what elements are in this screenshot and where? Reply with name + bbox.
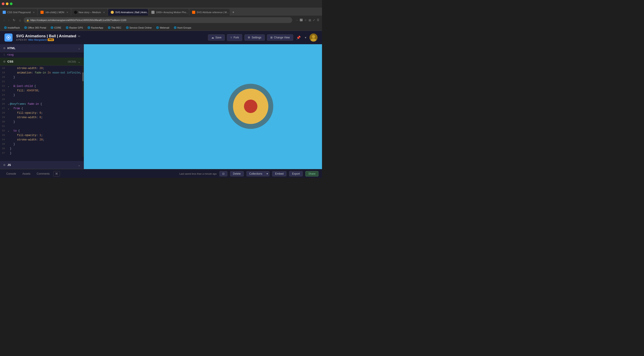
scrollbar-thumb[interactable] — [82, 72, 84, 81]
external-link-icon: ⊡ — [222, 172, 224, 175]
line-content: &:last-child { — [14, 85, 84, 88]
collapse-arrow[interactable]: ▾ — [7, 107, 10, 111]
bookmark-core[interactable]: 🌐 CORE — [49, 26, 63, 30]
browser-titlebar — [0, 0, 322, 7]
css-expand-icon[interactable]: ⌄ — [78, 60, 80, 63]
bookmark-label: Office 365 Portal — [28, 26, 46, 29]
tab-svg-anim[interactable]: SVG Animations | Ball | Anim... ✕ — [108, 9, 148, 16]
css-panel-title: CSS — [8, 60, 66, 63]
pen-by-label: A PEN BY — [16, 38, 27, 41]
share-button[interactable]: Share — [306, 171, 318, 177]
fork-button[interactable]: ⑂ Fork — [227, 34, 242, 41]
js-settings-icon[interactable]: ⚙ — [3, 164, 6, 167]
address-url: https://codepen.io/mikemang/pen/a6992d7b… — [30, 19, 126, 21]
nav-sync-icon[interactable]: ⤢ — [313, 18, 315, 22]
bookmark-webmail[interactable]: 🌐 Webmail — [154, 26, 171, 30]
html-settings-icon[interactable]: ⚙ — [3, 47, 6, 50]
tab-label: New story – Medium — [78, 11, 101, 14]
nav-back-button[interactable]: ‹ — [3, 17, 6, 23]
collections-dropdown-button[interactable]: ▾ — [265, 171, 270, 177]
bookmark-label: Hunt Groups — [177, 26, 191, 29]
js-panel-title: JS — [8, 163, 76, 167]
line-content: to { — [14, 129, 84, 133]
export-button[interactable]: Export — [289, 171, 303, 177]
embed-button[interactable]: Embed — [272, 171, 286, 177]
author-name: Mike Mangialardi — [28, 38, 47, 41]
comments-tab[interactable]: Comments — [34, 171, 52, 176]
nav-bookmark-list-icon[interactable]: ▤ — [308, 18, 311, 22]
address-bar[interactable]: 🔒 https://codepen.io/mikemang/pen/a6992d… — [24, 17, 292, 23]
bookmark-racker-app[interactable]: 🌐 RackerApp — [86, 26, 105, 30]
assets-tab-label: Assets — [22, 172, 30, 175]
traffic-light-close[interactable] — [2, 2, 4, 5]
line-content: animation: fade-in 2s ease-out infinite; — [17, 71, 84, 74]
html-panel-title: HTML — [8, 46, 76, 50]
console-tab[interactable]: Console — [4, 171, 19, 176]
tab-add-button[interactable]: + — [230, 9, 236, 16]
collections-btn-group: Collections ▾ — [246, 171, 270, 177]
collapse-arrow[interactable]: ▾ — [7, 129, 10, 133]
ball-animation — [226, 82, 275, 132]
bookmark-icon: 🌐 — [66, 26, 68, 29]
traffic-light-fullscreen[interactable] — [10, 2, 12, 5]
settings-label: Settings — [252, 36, 261, 39]
js-expand-icon[interactable]: ⌄ — [78, 163, 80, 167]
external-link-button[interactable]: ⊡ — [219, 171, 228, 177]
line-content: <svg — [7, 53, 84, 56]
bookmark-insiderack[interactable]: 🌐 InsideRack — [2, 26, 22, 30]
line-number: 18 — [0, 67, 7, 69]
collapse-arrow[interactable]: ▾ — [7, 103, 10, 107]
code-line: 34 stroke-width: 20; — [0, 138, 84, 143]
bookmark-the-rec[interactable]: 🌐 The REC — [106, 26, 123, 30]
code-line: 1 <svg — [0, 53, 84, 57]
nav-star-icon[interactable]: ☆ — [304, 18, 307, 22]
nav-pocket-icon[interactable]: 🅿 — [300, 18, 302, 22]
collections-button[interactable]: Collections — [246, 171, 266, 177]
tab-favicon — [111, 11, 114, 14]
bookmark-racker-gps[interactable]: 🌐 Racker GPS — [64, 26, 85, 30]
save-button[interactable]: ☁ Save — [208, 34, 225, 41]
tab-close-icon[interactable]: ✕ — [103, 11, 105, 14]
nav-refresh-button[interactable]: ↻ — [12, 17, 16, 23]
css-panel-header[interactable]: ⚙ CSS (SCSS) ⌄ — [0, 58, 84, 66]
keyboard-shortcut-icon[interactable]: ⌘ — [53, 171, 60, 177]
pin-button[interactable]: 📌 — [296, 35, 302, 41]
nav-home-button[interactable]: ⌂ — [18, 17, 22, 23]
tab-nth-child[interactable]: :nth-child() | MDN ✕ — [38, 9, 71, 16]
bookmark-icon: 🌐 — [126, 26, 128, 29]
html-panel-header[interactable]: ⚙ HTML ⌄ — [0, 44, 84, 52]
change-view-button[interactable]: ⊞ Change View — [267, 34, 293, 41]
nav-menu-button[interactable]: ··· — [296, 18, 298, 22]
bookmark-icon: 🌐 — [88, 26, 90, 29]
collapse-arrow[interactable]: ▾ — [7, 85, 10, 89]
edit-title-icon[interactable]: ✏ — [78, 35, 80, 38]
scrollbar-track[interactable] — [82, 66, 84, 157]
code-line: 18 stroke-width: 20; — [0, 67, 84, 71]
tab-svg-attr[interactable]: SVG Attribute reference | M... ✕ — [190, 9, 230, 16]
css-settings-icon[interactable]: ⚙ — [3, 60, 6, 63]
collapse-arrow — [7, 76, 10, 80]
embed-label: Embed — [275, 172, 284, 175]
js-panel-header[interactable]: ⚙ JS ⌄ — [0, 161, 84, 169]
bookmark-service-desk[interactable]: 🌐 Service Desk Online — [124, 26, 154, 30]
bookmark-label: Webmail — [160, 26, 169, 29]
delete-button[interactable]: Delete — [230, 171, 244, 177]
fork-label: Fork — [234, 36, 239, 39]
tab-new-story[interactable]: New story – Medium ✕ — [71, 9, 108, 16]
tab-1000-motion[interactable]: 1000+ Amazing Motion Pho... ✕ — [149, 9, 189, 16]
nav-hamburger-icon[interactable]: ☰ — [317, 18, 319, 22]
assets-tab[interactable]: Assets — [20, 171, 33, 176]
line-number: 32 — [0, 129, 7, 132]
bookmark-hunt-groups[interactable]: 🌐 Hunt Groups — [172, 26, 193, 30]
tab-close-icon[interactable]: ✕ — [33, 11, 35, 14]
nav-forward-button[interactable]: › — [8, 17, 10, 23]
tab-close-icon[interactable]: ✕ — [66, 11, 68, 14]
tab-css-grid[interactable]: CSS Grid Playground ✕ — [0, 9, 37, 16]
code-line: 29 stroke-width: 0; — [0, 116, 84, 120]
line-content: } — [14, 143, 84, 146]
html-expand-icon[interactable]: ⌄ — [78, 46, 80, 50]
bookmark-office365[interactable]: 🌐 Office 365 Portal — [22, 26, 48, 30]
settings-button[interactable]: ⚙ Settings — [244, 34, 264, 41]
traffic-light-minimize[interactable] — [6, 2, 8, 5]
expand-header-button[interactable]: ▾ — [304, 35, 307, 40]
